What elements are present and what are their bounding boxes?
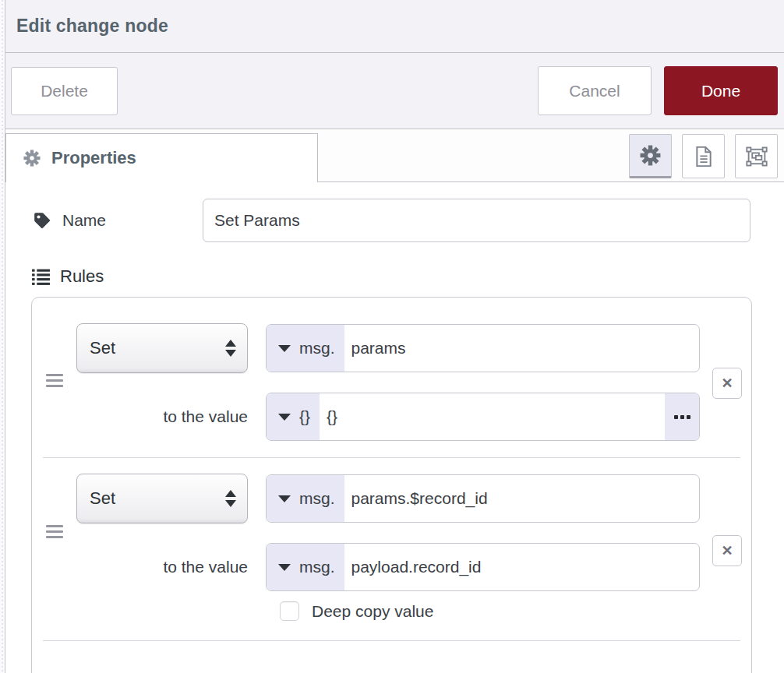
page-title: Edit change node [16,16,168,37]
tab-properties[interactable]: Properties [5,133,318,182]
value-input[interactable]: payload.record_id [344,544,699,590]
property-type-label: msg. [299,339,335,358]
value-input[interactable]: {} [320,393,665,440]
rule-action-value: Set [90,338,115,358]
list-icon [31,267,51,287]
delete-rule-button[interactable]: ✕ [712,368,742,399]
document-icon [693,145,715,168]
drag-handle-icon[interactable] [46,374,63,387]
edit-change-node-dialog: Edit change node Delete Cancel Done [0,0,784,673]
select-arrows-icon [225,340,236,357]
chevron-down-icon [278,564,291,571]
expand-editor-button[interactable] [665,393,699,440]
delete-button[interactable]: Delete [11,67,118,115]
deep-copy-label: Deep copy value [312,602,433,621]
value-typed-input: msg. payload.record_id [266,543,700,591]
value-type-selector[interactable]: msg. [267,544,344,590]
properties-panel: Name Rules [5,182,784,673]
property-typed-input: msg. params.$record_id [266,474,700,523]
drag-handle-icon[interactable] [46,525,63,538]
value-type-label: msg. [299,558,335,576]
tray-toolbar: Delete Cancel Done [5,53,784,129]
delete-rule-button[interactable]: ✕ [712,535,742,566]
chevron-down-icon [278,345,291,352]
property-input[interactable]: params.$record_id [344,475,699,522]
chevron-down-icon [278,414,291,421]
tray-header: Edit change node [5,0,784,53]
to-value-label: to the value [76,558,248,576]
deep-copy-checkbox[interactable] [280,601,299,621]
rule-row-2: ✕ Set msg. params.$record_id [32,458,751,640]
to-value-label: to the value [76,407,248,426]
select-arrows-icon [225,490,236,507]
rule-row-1: ✕ Set msg. params [32,298,751,457]
name-input[interactable] [203,199,750,242]
tab-properties-label: Properties [51,148,136,168]
done-button[interactable]: Done [664,66,778,115]
property-type-selector[interactable]: msg. [267,325,344,372]
name-label-text: Name [62,211,106,230]
object-group-icon [745,146,768,167]
chevron-down-icon [278,495,291,502]
ellipsis-icon [674,415,678,419]
rules-label-text: Rules [60,266,104,287]
tag-icon [33,211,51,230]
property-typed-input: msg. params [266,324,700,372]
value-type-selector[interactable]: {} [267,393,320,440]
rule-action-select[interactable]: Set [76,474,248,523]
deep-copy-option: Deep copy value [280,601,751,621]
property-input[interactable]: params [344,325,699,372]
rule-divider [43,640,740,641]
rule-action-select[interactable]: Set [76,323,248,373]
cancel-button[interactable]: Cancel [538,66,652,115]
appearance-tab-button[interactable] [735,134,778,178]
gear-icon [640,145,661,166]
rules-list: ✕ Set msg. params [31,297,752,673]
description-tab-button[interactable] [682,134,725,178]
name-field-label: Name [33,211,203,230]
rules-section-label: Rules [31,266,784,287]
editor-tab-bar: Properties [5,129,784,182]
properties-tab-button[interactable] [629,134,672,178]
property-type-label: msg. [299,489,335,508]
gear-icon [23,150,41,167]
tray-resize-handle[interactable] [0,0,5,673]
property-type-selector[interactable]: msg. [267,475,344,522]
value-typed-input: {} {} [266,393,700,441]
value-type-label: {} [299,407,310,426]
rule-action-value: Set [90,488,115,509]
